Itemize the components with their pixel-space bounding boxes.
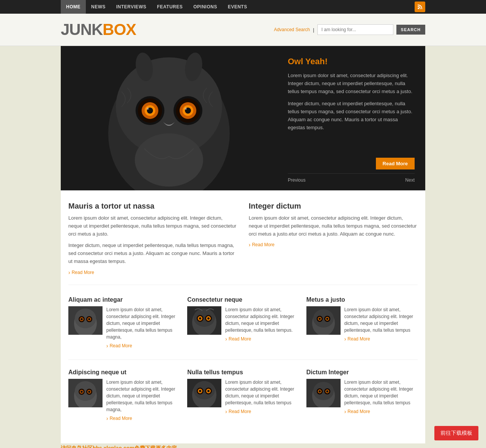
featured-article-1-read-more[interactable]: Read More — [249, 242, 418, 248]
svg-point-0 — [418, 8, 419, 9]
svg-point-48 — [75, 381, 96, 401]
nav-news[interactable]: NEWS — [86, 0, 111, 14]
hero-image — [61, 46, 277, 190]
svg-point-66 — [313, 382, 334, 400]
svg-point-17 — [185, 108, 187, 110]
card-1-body: Lorem ipsum dolor sit amet, consectetur … — [187, 306, 298, 342]
featured-article-0-para1: Lorem ipsum dolor sit amet, consectetur … — [68, 214, 237, 238]
svg-point-51 — [80, 391, 83, 393]
logo-box: BOX — [103, 21, 136, 38]
search-button[interactable]: SEARCH — [396, 25, 425, 35]
card-5-title: Dictum Integer — [306, 369, 418, 376]
card-2-text: Lorem ipsum dolor sit amet, consectetur … — [344, 306, 418, 342]
card-articles-row1: Aliquam ac integar — [68, 296, 418, 349]
card-4-body: Lorem ipsum dolor sit amet, consectetur … — [187, 379, 298, 415]
featured-article-0-para2: Integer dictum, neque ut imperdiet pelle… — [68, 242, 237, 265]
card-5-text: Lorem ipsum dolor sit amet, consectetur … — [344, 379, 418, 415]
card-0-read-more[interactable]: Read More — [106, 343, 180, 349]
hero-para2: Integer dictum, neque ut imperdiet pelle… — [288, 100, 415, 131]
card-1: Consectetur neque — [187, 296, 298, 349]
card-1-text: Lorem ipsum dolor sit amet, consectetur … — [225, 306, 298, 342]
featured-article-1: Integer dictum Lorem ipsum dolor sit ame… — [249, 202, 418, 275]
card-0-body: Lorem ipsum dolor sit amet, consectetur … — [68, 306, 180, 349]
hero-para1: Lorem ipsum dolor sit amet, consectetur … — [288, 72, 415, 95]
svg-point-24 — [80, 318, 83, 320]
card-3-read-more[interactable]: Read More — [106, 415, 180, 421]
card-5-thumb — [306, 379, 341, 407]
hero-content: Owl Yeah! Lorem ipsum dolor sit amet, co… — [277, 46, 425, 190]
card-0-thumb — [68, 306, 103, 335]
card-3-title: Adipiscing neque ut — [68, 369, 180, 376]
card-2-body: Lorem ipsum dolor sit amet, consectetur … — [306, 306, 418, 342]
search-input[interactable] — [317, 24, 393, 35]
card-3-text: Lorem ipsum dolor sit amet, consectetur … — [106, 379, 180, 421]
featured-articles-row: Mauris a tortor ut nassa Lorem ipsum dol… — [68, 202, 418, 285]
card-1-thumb — [187, 306, 221, 335]
card-4-title: Nulla tellus tempus — [187, 369, 298, 376]
card-3-thumb — [68, 379, 103, 407]
svg-point-60 — [199, 390, 201, 392]
card-0-title: Aliquam ac integar — [68, 296, 180, 303]
svg-point-45 — [326, 318, 328, 320]
card-2-thumb — [306, 306, 341, 335]
card-3-body: Lorem ipsum dolor sit amet, consectetur … — [68, 379, 180, 421]
hero-read-more-area: Read More — [288, 158, 415, 169]
svg-point-11 — [147, 108, 149, 110]
card-2-read-more[interactable]: Read More — [344, 336, 418, 342]
featured-article-0: Mauris a tortor ut nassa Lorem ipsum dol… — [68, 202, 237, 275]
card-4-read-more[interactable]: Read More — [225, 408, 298, 415]
card-2-title: Metus a justo — [306, 296, 418, 303]
hero-prev-link[interactable]: Previous — [288, 177, 306, 183]
nav-home[interactable]: HOME — [61, 0, 86, 14]
svg-point-39 — [313, 309, 334, 328]
svg-point-54 — [88, 391, 90, 393]
card-0-text: Lorem ipsum dolor sit amet, consectetur … — [106, 306, 180, 349]
card-2: Metus a justo Lor — [306, 296, 418, 349]
card-5-body: Lorem ipsum dolor sit amet, consectetur … — [306, 379, 418, 415]
header-search-area: Advanced Search | SEARCH — [274, 24, 425, 35]
svg-point-72 — [326, 390, 328, 393]
rss-icon[interactable] — [415, 2, 425, 12]
card-5-read-more[interactable]: Read More — [344, 408, 418, 415]
site-header: JUNKBOX Advanced Search | SEARCH — [0, 14, 486, 46]
logo-junk: JUNK — [61, 21, 103, 38]
svg-point-18 — [135, 133, 203, 187]
nav-events[interactable]: EVENTS — [222, 0, 252, 14]
watermark: 访问血鸟社区bbs.xlenlao.com免费下载更多内容 — [0, 443, 486, 448]
hero-title: Owl Yeah! — [288, 57, 415, 66]
svg-point-63 — [207, 390, 210, 392]
nav-opinions[interactable]: OPINIONS — [188, 0, 222, 14]
hero-read-more-link[interactable]: Read More — [376, 158, 415, 169]
svg-point-21 — [75, 309, 96, 328]
svg-point-69 — [319, 390, 321, 393]
featured-article-1-title: Integer dictum — [249, 202, 418, 211]
svg-point-36 — [207, 317, 210, 320]
svg-point-27 — [88, 318, 90, 320]
hero-nav: Previous Next — [288, 173, 415, 183]
card-1-title: Consectetur neque — [187, 296, 298, 303]
card-0: Aliquam ac integar — [68, 296, 180, 349]
card-3: Adipiscing neque ut — [68, 369, 180, 421]
footer-cta-button[interactable]: 前往下载模板 — [434, 426, 478, 440]
nav-interviews[interactable]: INTERVIEWS — [111, 0, 151, 14]
section-divider — [68, 359, 418, 360]
featured-article-0-read-more[interactable]: Read More — [68, 269, 237, 275]
card-4-thumb — [187, 379, 221, 407]
card-1-read-more[interactable]: Read More — [225, 336, 298, 342]
hero-next-link[interactable]: Next — [405, 177, 415, 183]
svg-point-33 — [199, 317, 201, 320]
nav-features[interactable]: FEATURES — [151, 0, 188, 14]
card-5: Dictum Integer Lo — [306, 369, 418, 421]
svg-point-42 — [319, 318, 321, 320]
advanced-search-link[interactable]: Advanced Search — [274, 27, 310, 32]
main-content: Mauris a tortor ut nassa Lorem ipsum dol… — [61, 190, 425, 443]
featured-article-0-title: Mauris a tortor ut nassa — [68, 202, 237, 211]
search-separator: | — [313, 27, 314, 33]
card-4: Nulla tellus tempus — [187, 369, 298, 421]
hero-section: Owl Yeah! Lorem ipsum dolor sit amet, co… — [61, 46, 425, 190]
card-4-text: Lorem ipsum dolor sit amet, consectetur … — [225, 379, 298, 415]
site-logo[interactable]: JUNKBOX — [61, 21, 136, 39]
card-articles-row2: Adipiscing neque ut — [68, 369, 418, 421]
featured-article-1-para1: Lorem ipsum dolor sit amet, consectetur … — [249, 214, 418, 238]
